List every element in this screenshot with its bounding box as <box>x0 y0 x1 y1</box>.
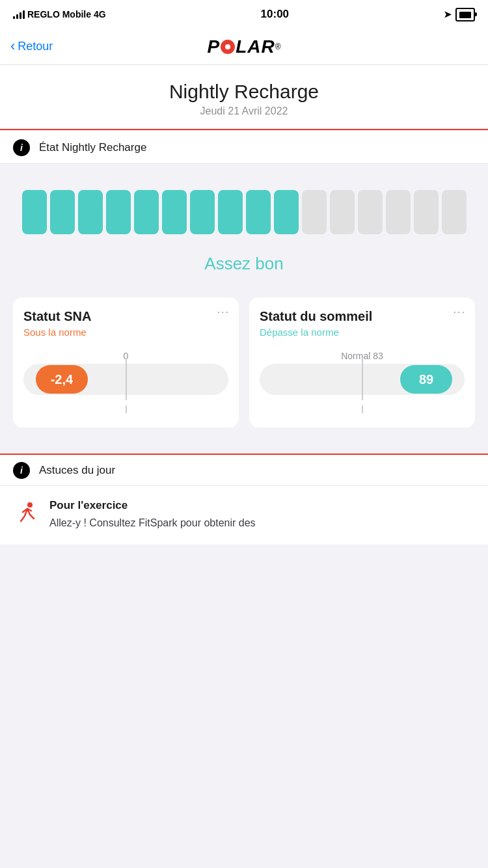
battery-icon <box>455 8 475 21</box>
polar-dot <box>221 40 235 54</box>
sommeil-indicator-line <box>362 359 363 400</box>
bottom-info-bar[interactable]: i Astuces du jour <box>0 454 488 486</box>
tips-content: Pour l'exercice Allez-y ! Consultez FitS… <box>49 499 256 530</box>
progress-segment-4 <box>134 190 159 234</box>
progress-segment-11 <box>330 190 355 234</box>
page-date: Jeudi 21 Avril 2022 <box>0 105 488 117</box>
chevron-left-icon: ‹ <box>10 38 15 55</box>
sna-card: ··· Statut SNA Sous la norme 0 -2,4 <box>13 297 239 427</box>
sommeil-bottom-line <box>362 405 363 413</box>
tips-text: Allez-y ! Consultez FitSpark pour obteni… <box>49 516 256 530</box>
progress-segment-13 <box>386 190 411 234</box>
info-bar[interactable]: i État Nightly Recharge <box>0 131 488 164</box>
cards-row: ··· Statut SNA Sous la norme 0 -2,4 ··· … <box>13 297 475 427</box>
carrier-label: REGLO Mobile <box>27 9 91 20</box>
polar-registered: ® <box>275 42 281 51</box>
info-icon: i <box>13 139 30 156</box>
progress-segment-9 <box>274 190 299 234</box>
sna-card-menu[interactable]: ··· <box>217 306 230 318</box>
network-label: 4G <box>94 9 106 20</box>
progress-segment-8 <box>246 190 271 234</box>
back-button[interactable]: ‹ Retour <box>10 38 53 55</box>
bottom-info-label: Astuces du jour <box>39 464 115 477</box>
signal-icon <box>13 10 25 19</box>
segments-wrapper <box>22 190 467 234</box>
progress-segment-12 <box>358 190 383 234</box>
progress-segment-6 <box>190 190 215 234</box>
progress-segment-15 <box>442 190 467 234</box>
back-label: Retour <box>18 40 53 53</box>
progress-segment-2 <box>78 190 103 234</box>
sommeil-card: ··· Statut du sommeil Dépasse la norme N… <box>249 297 475 427</box>
nav-bar: ‹ Retour P LAR ® <box>0 29 488 65</box>
main-content: Assez bon ··· Statut SNA Sous la norme 0… <box>0 164 488 454</box>
status-right: ➤ <box>444 8 475 21</box>
sommeil-card-title: Statut du sommeil <box>260 309 465 324</box>
progress-segment-3 <box>106 190 131 234</box>
progress-segment-14 <box>414 190 439 234</box>
sommeil-card-subtitle: Dépasse la norme <box>260 327 465 338</box>
progress-segment-0 <box>22 190 47 234</box>
svg-point-0 <box>27 502 33 508</box>
status-time: 10:00 <box>261 8 289 21</box>
sna-card-subtitle: Sous la norme <box>23 327 228 338</box>
sna-card-title: Statut SNA <box>23 309 228 324</box>
info-label: État Nightly Recharge <box>39 141 146 154</box>
polar-text-p: P <box>207 36 220 57</box>
progress-segment-10 <box>302 190 327 234</box>
polar-text-lar: LAR <box>236 36 275 57</box>
status-label: Assez bon <box>13 254 475 274</box>
header-section: Nightly Recharge Jeudi 21 Avril 2022 <box>0 65 488 130</box>
tips-section: Pour l'exercice Allez-y ! Consultez FitS… <box>0 486 488 545</box>
sommeil-gauge-track: 89 <box>260 364 465 395</box>
sommeil-gauge: Normal 83 89 <box>260 351 465 403</box>
page-title: Nightly Recharge <box>0 81 488 103</box>
sna-gauge-pill: -2,4 <box>36 365 88 394</box>
sna-bottom-line <box>126 405 127 413</box>
sommeil-gauge-pill: 89 <box>400 365 452 394</box>
status-bar: REGLO Mobile 4G 10:00 ➤ <box>0 0 488 29</box>
tips-title: Pour l'exercice <box>49 499 256 512</box>
sna-indicator-line <box>126 359 127 400</box>
sna-gauge-track: -2,4 <box>23 364 228 395</box>
exercise-icon <box>13 500 39 532</box>
bottom-info-icon: i <box>13 462 30 479</box>
polar-logo: P LAR ® <box>207 36 280 57</box>
progress-bar-container <box>13 190 475 234</box>
status-left: REGLO Mobile 4G <box>13 9 106 20</box>
progress-segment-1 <box>50 190 75 234</box>
progress-segment-7 <box>218 190 243 234</box>
progress-segment-5 <box>162 190 187 234</box>
sommeil-card-menu[interactable]: ··· <box>454 306 466 318</box>
sna-gauge: 0 -2,4 <box>23 351 228 403</box>
location-icon: ➤ <box>444 9 452 20</box>
